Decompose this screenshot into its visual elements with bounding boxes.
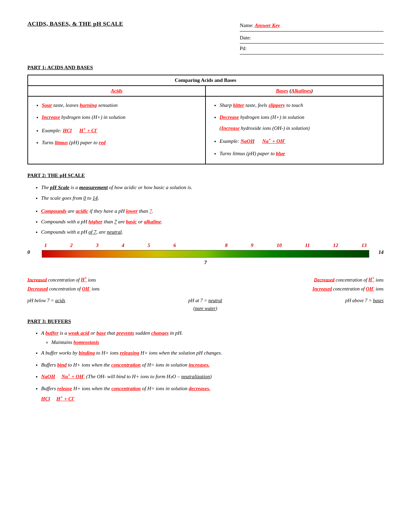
bitter-word: bitter xyxy=(233,102,245,108)
ph-labels-row: pH below 7 = acids pH at 7 = neutral (pu… xyxy=(27,297,384,312)
buffer-label: buffer xyxy=(46,330,59,336)
bases-item-2: Decrease hydrogen ions (H+) in solution … xyxy=(220,112,377,134)
fourteen-label: 14 xyxy=(92,195,98,201)
base-label2: base xyxy=(97,330,106,336)
pure-water-label: pure water xyxy=(195,306,216,311)
ph-num-14-right xyxy=(369,243,383,248)
naoh-label2: NaOH xyxy=(41,374,55,379)
binding-label: binding xyxy=(79,350,95,356)
acids-label: Acids xyxy=(111,88,122,94)
sour-word: Sour xyxy=(42,102,52,108)
page-header: ACIDS, BASES, & THE pH SCALE Name: Answe… xyxy=(27,21,384,54)
table-title: Comparing Acids and Bases xyxy=(28,75,383,86)
zero-label: 0 xyxy=(84,195,86,201)
p2-item-2: The scale goes from 0 to 14. xyxy=(41,193,384,203)
ph-num-7-placeholder: 7 xyxy=(199,243,202,248)
ph-num-10: 10 xyxy=(277,243,282,248)
p2-item-1: The pH Scale is a measurement of how aci… xyxy=(41,183,384,193)
ph-num-5: 5 xyxy=(148,243,150,248)
ph-num-1: 1 xyxy=(44,243,47,248)
decreased-label2: Decreased xyxy=(314,277,335,282)
p3-item-3: Buffers bind to H+ ions when the concent… xyxy=(41,360,384,370)
ph-bar-row: 0 7 14 xyxy=(27,249,384,259)
ph-numbers-row: 1 2 3 4 5 6 7 8 9 10 11 12 13 xyxy=(27,243,384,248)
bases-column: Sharp bitter taste, feels slippery to to… xyxy=(206,96,383,164)
ph-label-center: pH at 7 = neutral (pure water) xyxy=(188,297,222,312)
ph-num-2: 2 xyxy=(70,243,73,248)
increase-word2: Increase xyxy=(221,125,239,131)
bases-label: Bases xyxy=(276,88,288,94)
h-plus-ions: H+ xyxy=(81,277,87,282)
acids-item-4: Turns litmus (pH) paper to red xyxy=(42,137,199,148)
seven-label2: 7 xyxy=(114,219,117,224)
acids-item-2: Increase hydrogen ions (H+) in solution xyxy=(42,112,199,123)
acids-item-1: Sour taste, leaves burning sensation xyxy=(42,100,199,111)
release-label: release xyxy=(57,386,72,391)
bases-item-1: Sharp bitter taste, feels slippery to to… xyxy=(220,100,377,111)
conc-right-line2: Increased concentration of OH- ions xyxy=(312,284,384,293)
ph-num-13: 13 xyxy=(361,243,366,248)
date-line: Date: xyxy=(240,33,384,44)
increase-word: Increase xyxy=(42,114,60,120)
compare-table: Comparing Acids and Bases Acids Bases (A… xyxy=(27,75,384,165)
ph-label-left: pH below 7 = acids xyxy=(27,297,65,312)
concentration-label: concentration xyxy=(111,362,141,368)
bases-label2: bases xyxy=(373,298,384,303)
name-line: Name: Answer Key xyxy=(240,21,384,32)
conc-left: Increased concentration of H+ ions Decre… xyxy=(27,275,100,293)
h-plus-ions2: H+ xyxy=(369,277,375,282)
increased-label: Increased xyxy=(27,277,47,282)
ph-seven: 7 xyxy=(204,260,207,265)
name-block: Name: Answer Key Date: Pd: xyxy=(240,21,384,54)
conc-right: Decreased concentration of H+ ions Incre… xyxy=(312,275,384,293)
blue-word: blue xyxy=(276,151,285,156)
part2-list2: Compounds are acidic if they have a pH l… xyxy=(27,206,384,237)
alkaline-label: alkaline xyxy=(144,219,161,224)
of7-label: of 7 xyxy=(88,229,96,235)
oh-minus-ions2: OH- xyxy=(366,286,374,292)
changes-label: changes xyxy=(151,330,169,336)
conc-right-line1: Decreased concentration of H+ ions xyxy=(312,275,384,284)
acids-column: Sour taste, leaves burning sensation Inc… xyxy=(28,96,206,164)
ph-bar-inner: 7 xyxy=(42,249,370,259)
releasing-label: releasing xyxy=(120,350,139,356)
concentration-label2: concentration xyxy=(111,386,141,391)
p3-sublist: Maintains homeostasis xyxy=(41,338,384,347)
increases-label: increases. xyxy=(189,362,210,368)
p2-item-3: Compounds are acidic if they have a pH l… xyxy=(41,206,384,216)
ph-num-8: 8 xyxy=(225,243,228,248)
h-cl-eq: H+ + Cl- xyxy=(57,396,75,401)
ph-fourteen: 14 xyxy=(369,249,384,255)
acids-label2: acids xyxy=(55,298,65,303)
increased-label2: Increased xyxy=(312,286,332,292)
page-title: ACIDS, BASES, & THE pH SCALE xyxy=(27,21,123,54)
ph-gradient-bar xyxy=(42,250,370,258)
p2-item-4: Compounds with a pH higher than 7 are ba… xyxy=(41,217,384,227)
h-plus-cl: H+ + Cl- xyxy=(79,128,98,133)
neutralization-label: neutralization xyxy=(181,374,210,379)
bases-item-4: Turns litmus (pH) paper to blue xyxy=(220,148,377,159)
p3-item-2: A buffer works by binding to H+ ions rel… xyxy=(41,348,384,358)
col-header-bases: Bases (Alkalines) xyxy=(206,86,383,96)
measurement-label: measurement xyxy=(79,185,108,190)
part1-heading: PART 1: ACIDS AND BASES xyxy=(27,65,384,71)
higher-label: higher xyxy=(88,219,102,224)
prevents-label: prevents xyxy=(116,330,134,336)
ph-num-3: 3 xyxy=(96,243,99,248)
hcl-label2: HCl xyxy=(41,396,50,401)
decreases-label: decreases. xyxy=(189,386,210,391)
na-plus-oh: Na+ + OH- xyxy=(262,138,286,144)
ph-zero: 0 xyxy=(27,249,42,255)
slippery-word: slippery xyxy=(269,102,285,108)
weak-acid-label: weak acid xyxy=(68,330,89,336)
neutral-label: neutral xyxy=(107,229,122,235)
p3-item-5: Buffers release H+ ions when the concent… xyxy=(41,384,384,404)
pd-line: Pd: xyxy=(240,44,384,54)
bases-paren: (Alkalines) xyxy=(289,88,313,94)
ph-num-0 xyxy=(28,243,42,248)
acidic-label: acidic xyxy=(76,208,88,214)
part2-list: The pH Scale is a measurement of how aci… xyxy=(27,183,384,203)
decrease-word: Decrease xyxy=(220,114,239,120)
ph-nums-inner: 1 2 3 4 5 6 7 8 9 10 11 12 13 xyxy=(42,243,369,248)
ph-num-9: 9 xyxy=(251,243,253,248)
